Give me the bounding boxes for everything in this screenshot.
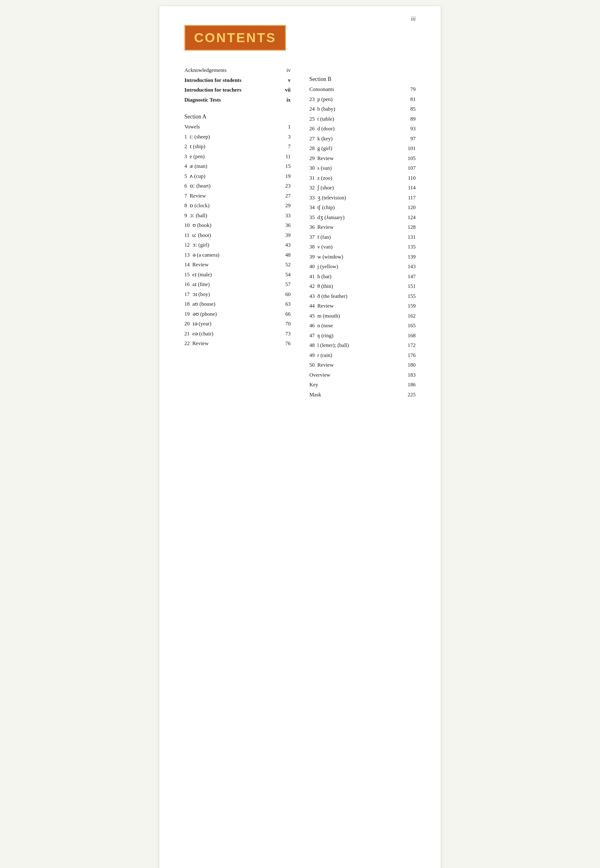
toc-item-label: 31 z (zoo) (309, 174, 403, 182)
toc-item-page: 135 (403, 243, 416, 251)
toc-item: 24 b (baby)85 (309, 105, 416, 113)
toc-item: 8 ɒ (clock)29 (184, 201, 291, 210)
toc-item-label: 17 ɔɪ (boy) (184, 290, 278, 298)
toc-item-page: 176 (403, 351, 416, 359)
toc-item-label: 47 ŋ (ring) (309, 332, 403, 340)
toc-intro-teachers-page: vii (278, 86, 291, 94)
toc-item-label: 7 Review (184, 192, 278, 200)
toc-item-page: 110 (403, 174, 416, 182)
toc-item-label: 50 Review (309, 361, 403, 369)
toc-item-page: 70 (278, 320, 291, 328)
toc-diagnostic-tests-label: Diagnostic Tests (184, 96, 278, 104)
toc-item: 26 d (door)93 (309, 125, 416, 133)
toc-item-page: 131 (403, 233, 416, 241)
toc-item-label: 39 w (window) (309, 253, 403, 261)
toc-item: 1 iː (sheep)3 (184, 133, 291, 141)
section-a-vowels-page: 1 (278, 123, 291, 131)
toc-item-page: 139 (403, 253, 416, 261)
toc-item: 4 æ (man)15 (184, 162, 291, 170)
toc-item: 50 Review180 (309, 361, 416, 369)
toc-item-label: 49 r (rain) (309, 351, 403, 359)
toc-item-page: 29 (278, 201, 291, 210)
toc-extra-label: Mask (309, 391, 403, 399)
toc-intro-students-page: v (278, 76, 291, 84)
toc-item-page: 107 (403, 164, 416, 172)
toc-item-page: 19 (278, 172, 291, 180)
toc-item-page: 162 (403, 312, 416, 320)
toc-item: 7 Review27 (184, 192, 291, 200)
section-b-consonants: Consonants 79 (309, 85, 416, 94)
toc-item-label: 43 ð (the feather) (309, 292, 403, 300)
section-b-items: 23 p (pen)8124 b (baby)8525 t (table)892… (309, 95, 416, 369)
toc-item: 18 aʊ (house)63 (184, 300, 291, 308)
toc-extra-page: 183 (403, 371, 416, 379)
section-a-label: Section A (184, 112, 291, 121)
toc-item-label: 22 Review (184, 339, 278, 348)
toc-extra-item: Mask225 (309, 391, 416, 399)
toc-item: 39 w (window)139 (309, 253, 416, 261)
toc-item: 16 aɪ (fine)57 (184, 280, 291, 288)
toc-item-label: 35 dʒ (January) (309, 214, 403, 222)
toc-item-page: 89 (403, 115, 416, 123)
toc-item-page: 27 (278, 192, 291, 200)
toc-item: 43 ð (the feather)155 (309, 292, 416, 300)
toc-item-label: 11 uː (boot) (184, 231, 278, 239)
toc-acknowledgements: Acknowledgements iv (184, 66, 291, 74)
section-a-vowels: Vowels 1 (184, 123, 291, 131)
toc-item-label: 44 Review (309, 302, 403, 310)
section-a-items: 1 iː (sheep)32 ɪ (ship)73 e (pen)114 æ (… (184, 133, 291, 348)
toc-diagnostic-tests-page: ix (278, 96, 291, 104)
toc-item: 35 dʒ (January)124 (309, 214, 416, 222)
toc-item-label: 34 tʃ (chip) (309, 203, 403, 212)
toc-extra-page: 186 (403, 381, 416, 389)
toc-item: 15 eɪ (male)54 (184, 271, 291, 279)
toc-extra-item: Key186 (309, 381, 416, 389)
toc-item-page: 97 (403, 135, 416, 143)
toc-item-label: 3 e (pen) (184, 153, 278, 161)
toc-item-label: 29 Review (309, 155, 403, 162)
toc-item-label: 21 eə (chair) (184, 330, 278, 338)
toc-extra-label: Key (309, 381, 403, 389)
toc-item-page: 7 (278, 142, 291, 151)
toc-item-page: 73 (278, 330, 291, 338)
toc-item-label: 4 æ (man) (184, 162, 278, 170)
toc-item: 46 n (nose165 (309, 322, 416, 330)
toc-intro-students: Introduction for students v (184, 76, 291, 84)
toc-item-page: 151 (403, 282, 416, 290)
toc-item-label: 24 b (baby) (309, 105, 403, 113)
toc-item-label: 37 f (fan) (309, 233, 403, 241)
toc-item-label: 10 ʊ (book) (184, 221, 278, 229)
toc-item-label: 48 l (letter); (ball) (309, 341, 403, 350)
toc-item: 5 ʌ (cup)19 (184, 172, 291, 180)
toc-item-label: 23 p (pen) (309, 95, 403, 103)
toc-item: 34 tʃ (chip)120 (309, 203, 416, 212)
toc-item: 33 ʒ (television)117 (309, 194, 416, 202)
toc-item: 11 uː (boot)39 (184, 231, 291, 239)
toc-item-page: 36 (278, 221, 291, 229)
toc-item: 12 ɜː (girl)43 (184, 241, 291, 249)
toc-item-label: 32 ʃ (shoe) (309, 184, 403, 192)
toc-item: 38 v (van)135 (309, 243, 416, 251)
toc-item-page: 147 (403, 273, 416, 281)
toc-item-page: 172 (403, 341, 416, 350)
toc-item-page: 60 (278, 290, 291, 298)
toc-item: 27 k (key)97 (309, 135, 416, 143)
toc-item-label: 26 d (door) (309, 125, 403, 133)
toc-item-page: 15 (278, 162, 291, 170)
toc-item: 14 Review52 (184, 261, 291, 269)
toc-item: 32 ʃ (shoe)114 (309, 184, 416, 192)
toc-item-page: 155 (403, 292, 416, 300)
toc-item-label: 14 Review (184, 261, 278, 269)
toc-item-page: 54 (278, 271, 291, 279)
toc-item-label: 18 aʊ (house) (184, 300, 278, 308)
toc-item: 29 Review105 (309, 155, 416, 162)
toc-item-page: 180 (403, 361, 416, 369)
toc-item: 40 j (yellow)143 (309, 262, 416, 271)
toc-item-page: 48 (278, 251, 291, 259)
toc-item-label: 20 ɪə (year) (184, 320, 278, 328)
toc-item: 23 p (pen)81 (309, 95, 416, 103)
toc-item-page: 23 (278, 182, 291, 190)
toc-item-label: 25 t (table) (309, 115, 403, 123)
section-a-header: Section A (184, 112, 291, 121)
section-b-consonants-label: Consonants (309, 85, 403, 94)
